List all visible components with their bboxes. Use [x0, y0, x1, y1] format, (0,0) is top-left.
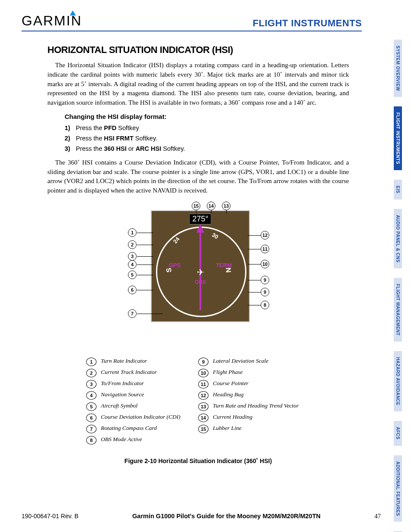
figure-caption: Figure 2-10 Horizontal Situation Indicat… — [47, 457, 349, 464]
legend-num: 3 — [86, 380, 97, 389]
legend-text: Lubber Line — [213, 425, 241, 432]
legend-text: Navigation Source — [101, 391, 144, 398]
legend-row: 1Turn Rate Indicator — [86, 358, 198, 366]
side-tab[interactable]: AFCS — [394, 421, 402, 445]
legend-row: 2Current Track Indicator — [86, 369, 198, 377]
paragraph-1: The Horizontal Situation Indicator (HSI)… — [47, 61, 349, 108]
callout-3: 3 — [128, 252, 137, 261]
legend-num: 7 — [86, 425, 97, 433]
page-header: GARMIN FLIGHT INSTRUMENTS — [22, 13, 362, 31]
aircraft-symbol-icon: ✈ — [197, 267, 204, 277]
callout-13: 13 — [222, 202, 230, 210]
legend-num: 4 — [86, 391, 97, 400]
side-tab[interactable]: SYSTEM OVERVIEW — [394, 40, 402, 97]
callout-7: 7 — [128, 309, 137, 318]
hsi-heading-readout: 275° — [189, 214, 211, 224]
legend-num: 14 — [198, 414, 209, 422]
legend-row: 14Current Heading — [198, 414, 310, 422]
legend-num: 6 — [86, 414, 97, 422]
legend-text: Aircraft Symbol — [101, 402, 137, 409]
legend-row: 12Heading Bug — [198, 391, 310, 400]
callout-14: 14 — [207, 202, 215, 210]
legend-text: Turn Rate and Heading Trend Vector — [213, 402, 299, 409]
cardinal-s: S — [165, 268, 173, 273]
legend-num: 9 — [198, 358, 209, 366]
legend-row: 8OBS Mode Active — [86, 436, 198, 445]
legend-col-right: 9Lateral Deviation Scale10Flight Phase11… — [198, 358, 310, 447]
callout-8: 8 — [261, 301, 269, 309]
callout-9a: 9 — [261, 288, 269, 296]
figure-legend: 1Turn Rate Indicator2Current Track Indic… — [86, 358, 310, 447]
step-2: 2)Press the HSI FRMT Softkey. — [65, 135, 349, 142]
callout-2: 2 — [128, 240, 137, 249]
legend-row: 3To/From Indicator — [86, 380, 198, 389]
hsi-figure: 275° GPS TERM OBS ✈ N S 24 30 1 2 3 4 — [103, 202, 293, 348]
legend-row: 7Rotating Compass Card — [86, 425, 198, 433]
callout-11: 11 — [261, 245, 269, 253]
page-footer: 190-00647-01 Rev. B Garmin G1000 Pilot's… — [22, 513, 381, 520]
procedure-heading: Changing the HSI display format: — [65, 113, 349, 120]
legend-num: 8 — [86, 436, 97, 445]
side-tab[interactable]: ADDITIONAL FEATURES — [394, 455, 402, 522]
callout-12: 12 — [261, 231, 269, 240]
legend-num: 12 — [198, 391, 209, 400]
paragraph-2: The 360˚ HSI contains a Course Deviation… — [47, 158, 349, 196]
callout-4: 4 — [128, 260, 137, 269]
legend-row: 13Turn Rate and Heading Trend Vector — [198, 402, 310, 411]
procedure-steps: 1)Press the PFD Softkey 2)Press the HSI … — [65, 124, 349, 152]
legend-row: 5Aircraft Symbol — [86, 402, 198, 411]
legend-text: Heading Bug — [213, 391, 244, 398]
legend-num: 2 — [86, 369, 97, 377]
legend-text: Course Deviation Indicator (CDI) — [101, 414, 181, 420]
legend-row: 15Lubber Line — [198, 425, 310, 433]
legend-num: 15 — [198, 425, 209, 433]
hsi-display: 275° GPS TERM OBS ✈ N S 24 30 — [151, 210, 250, 322]
legend-text: OBS Mode Active — [101, 436, 142, 443]
callout-15: 15 — [192, 202, 200, 210]
legend-row: 9Lateral Deviation Scale — [198, 358, 310, 366]
side-tab[interactable]: AUDIO PANEL & CNS — [394, 209, 402, 268]
doc-id: 190-00647-01 Rev. B — [22, 513, 78, 520]
legend-num: 5 — [86, 402, 97, 411]
legend-row: 10Flight Phase — [198, 369, 310, 377]
legend-row: 6Course Deviation Indicator (CDI) — [86, 414, 198, 422]
legend-text: To/From Indicator — [101, 380, 144, 387]
cardinal-n: N — [224, 267, 232, 273]
legend-row: 11Course Pointer — [198, 380, 310, 389]
side-tab[interactable]: FLIGHT MANAGEMENT — [394, 278, 402, 342]
legend-num: 13 — [198, 402, 209, 411]
legend-text: Flight Phase — [213, 369, 243, 376]
legend-text: Current Track Indicator — [101, 369, 157, 376]
legend-num: 10 — [198, 369, 209, 377]
callout-1: 1 — [128, 228, 137, 237]
legend-num: 1 — [86, 358, 97, 366]
logo-triangle-icon — [70, 10, 76, 16]
callout-5: 5 — [128, 271, 137, 279]
callout-10: 10 — [261, 260, 269, 268]
step-1: 1)Press the PFD Softkey — [65, 124, 349, 131]
obs-mode-label: OBS — [195, 279, 206, 285]
legend-num: 11 — [198, 380, 209, 389]
step-3: 3)Press the 360 HSI or ARC HSI Softkey. — [65, 145, 349, 152]
figure-wrapper: 275° GPS TERM OBS ✈ N S 24 30 1 2 3 4 — [47, 202, 349, 464]
page-number: 47 — [374, 513, 381, 520]
side-tab[interactable]: EIS — [394, 180, 402, 199]
side-tab[interactable]: FLIGHT INSTRUMENTS — [394, 106, 402, 170]
callout-6: 6 — [128, 286, 137, 294]
legend-col-left: 1Turn Rate Indicator2Current Track Indic… — [86, 358, 198, 447]
legend-text: Course Pointer — [213, 380, 249, 387]
page-title: HORIZONTAL SITUATION INDICATOR (HSI) — [47, 44, 349, 56]
brand-logo: GARMIN — [22, 13, 82, 29]
legend-row: 4Navigation Source — [86, 391, 198, 400]
legend-text: Lateral Deviation Scale — [213, 358, 268, 364]
legend-text: Turn Rate Indicator — [101, 358, 147, 364]
callout-9b: 9 — [261, 276, 269, 284]
section-title: FLIGHT INSTRUMENTS — [253, 18, 362, 29]
legend-text: Rotating Compass Card — [101, 425, 157, 432]
doc-title: Garmin G1000 Pilot's Guide for the Moone… — [132, 513, 321, 520]
course-pointer-icon — [196, 224, 204, 233]
side-tab[interactable]: HAZARD AVOIDANCE — [394, 351, 402, 411]
side-tabs: SYSTEM OVERVIEWFLIGHT INSTRUMENTSEISAUDI… — [394, 40, 411, 532]
legend-text: Current Heading — [213, 414, 252, 420]
